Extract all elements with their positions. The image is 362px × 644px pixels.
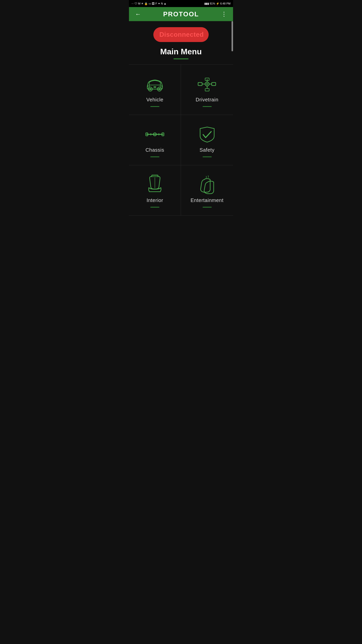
drivetrain-underline — [203, 106, 212, 107]
menu-item-entertainment[interactable]: Entertainment — [181, 165, 233, 216]
disconnected-badge[interactable]: Disconnected — [153, 27, 209, 42]
vehicle-icon — [145, 75, 165, 93]
nfc-icon: N — [161, 2, 163, 5]
chassis-label: Chassis — [146, 147, 164, 153]
entertainment-underline — [203, 207, 212, 208]
status-right: ▮▮▮ 81% ⚡ 6:48 PM — [204, 2, 231, 5]
entertainment-label: Entertainment — [191, 197, 223, 203]
interior-icon — [145, 176, 165, 193]
interior-label: Interior — [147, 197, 163, 203]
drivetrain-label: Drivetrain — [196, 97, 218, 103]
status-left: ··· 🛡 M ☀ 🔒 ▭ 🖼 F ✦ N ▲ — [131, 2, 166, 5]
safety-underline — [203, 156, 212, 157]
interior-underline — [150, 207, 159, 208]
vehicle-label: Vehicle — [146, 97, 163, 103]
safety-icon — [197, 126, 217, 143]
safety-label: Safety — [200, 147, 215, 153]
app-bar: ← PROTOOL ⋮ — [129, 7, 233, 21]
app-title: PROTOOL — [163, 10, 199, 18]
notification-icon: ··· — [131, 2, 134, 5]
status-bar: ··· 🛡 M ☀ 🔒 ▭ 🖼 F ✦ N ▲ ▮▮▮ 81% ⚡ 6:48 P… — [129, 0, 233, 7]
menu-item-drivetrain[interactable]: Drivetrain — [181, 65, 233, 115]
svg-rect-14 — [212, 83, 216, 86]
svg-rect-4 — [148, 86, 150, 87]
chassis-underline — [150, 156, 159, 157]
svg-rect-9 — [198, 83, 202, 86]
flip-icon: F — [155, 2, 157, 5]
overflow-menu-button[interactable]: ⋮ — [219, 9, 229, 20]
svg-point-8 — [155, 87, 156, 87]
menu-grid: Vehicle — [129, 64, 233, 216]
svg-point-12 — [206, 83, 208, 85]
entertainment-icon — [197, 176, 217, 193]
main-content: Disconnected Main Menu — [129, 21, 233, 216]
svg-rect-5 — [160, 86, 162, 87]
scrollbar[interactable] — [232, 21, 233, 51]
wifi-icon: ▲ — [164, 2, 166, 5]
shield-icon: 🛡 — [134, 2, 137, 5]
main-menu-title: Main Menu — [129, 47, 233, 56]
disconnected-label: Disconnected — [159, 31, 204, 38]
weather-icon: ☀ — [141, 2, 144, 5]
time-display: 6:48 PM — [220, 2, 231, 5]
battery-level: 81% — [210, 2, 215, 5]
menu-item-safety[interactable]: Safety — [181, 115, 233, 165]
signal-bars: ▮▮▮ — [204, 2, 209, 5]
menu-item-vehicle[interactable]: Vehicle — [129, 65, 181, 115]
title-underline — [173, 58, 189, 59]
svg-point-11 — [205, 82, 209, 86]
charging-icon: ⚡ — [216, 2, 219, 5]
back-button[interactable]: ← — [133, 9, 143, 20]
photo-icon: 🖼 — [152, 2, 155, 5]
bluetooth-icon: ✦ — [158, 2, 160, 5]
drivetrain-icon — [197, 75, 217, 93]
svg-rect-18 — [205, 89, 209, 91]
menu-item-interior[interactable]: Interior — [129, 165, 181, 216]
chassis-icon — [145, 126, 165, 143]
gmail-icon: M — [138, 2, 140, 5]
vehicle-underline — [150, 106, 159, 107]
menu-item-chassis[interactable]: Chassis — [129, 115, 181, 165]
screen-icon: ▭ — [149, 2, 151, 5]
lock-icon: 🔒 — [144, 2, 148, 5]
